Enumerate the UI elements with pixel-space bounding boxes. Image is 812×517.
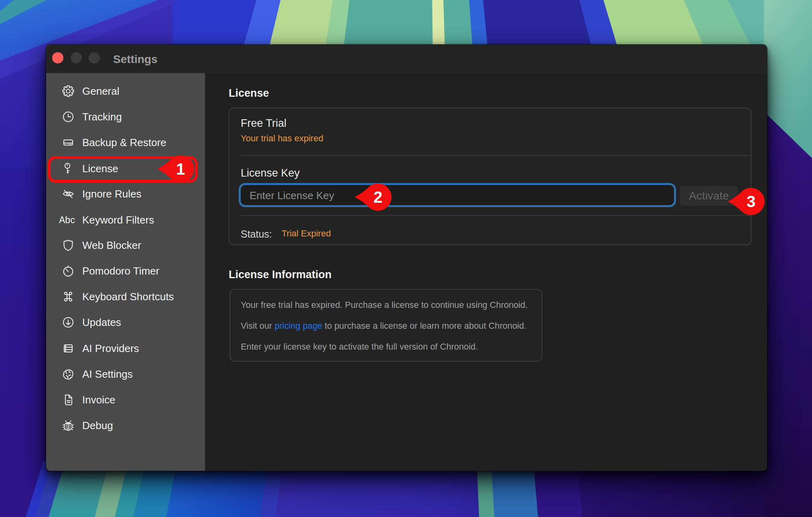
- svg-text:1: 1: [176, 160, 185, 178]
- svg-text:3: 3: [747, 193, 755, 210]
- svg-text:2: 2: [374, 188, 382, 206]
